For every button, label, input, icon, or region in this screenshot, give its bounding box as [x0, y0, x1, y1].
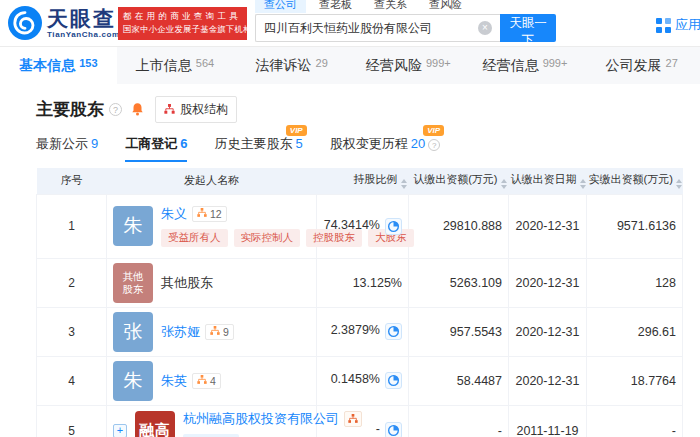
sort-icon[interactable] [676, 179, 682, 189]
nav-tab-count: 27 [666, 57, 678, 69]
equity-relation-badge[interactable]: 12 [192, 206, 227, 222]
paid-amount: 18.7764 [587, 356, 683, 405]
paid-amount: - [587, 405, 683, 437]
search-category-tab[interactable]: 查老板 [310, 0, 361, 13]
vip-badge: VIP [423, 125, 444, 136]
sort-icon[interactable] [501, 179, 507, 189]
equity-relation-badge[interactable]: 4 [192, 373, 221, 389]
nav-tab[interactable]: 经营信息999+ [467, 47, 584, 84]
column-header: 持股比例 [317, 168, 409, 194]
apps-label: 应用 [675, 16, 700, 34]
paid-amount: 9571.6136 [587, 194, 683, 258]
tianyancha-logo[interactable]: 天眼查 TianYanCha.com [8, 6, 120, 40]
nav-tab-label: 基本信息 [19, 57, 75, 75]
equity-relation-count: 9 [223, 326, 229, 338]
sub-tab[interactable]: 历史主要股东5VIP [214, 135, 302, 162]
shareholder-avatar: 朱 [113, 206, 153, 246]
shareholder-name[interactable]: 杭州融高股权投资有限公司 [183, 410, 339, 428]
shareholder-name[interactable]: 张苏娅 [161, 323, 200, 341]
apps-grid-icon [656, 18, 671, 33]
column-header: 发起人名称 [107, 168, 317, 194]
company-equity-icon[interactable] [344, 411, 362, 427]
paid-amount: 128 [587, 258, 683, 307]
search-button[interactable]: 天眼一下 [500, 14, 556, 42]
founder-name-cell: 朱朱义12受益所有人实际控制人控股股东大股东 [107, 194, 317, 258]
row-number: 1 [37, 194, 107, 258]
clear-icon[interactable]: × [478, 21, 492, 35]
pie-chart-icon[interactable] [385, 323, 402, 340]
equity-relation-count: 12 [210, 208, 222, 220]
ratio-cell: 0.1458% [317, 356, 409, 405]
shareholder-name[interactable]: 朱义 [161, 205, 187, 223]
column-header-label: 发起人名称 [184, 174, 239, 186]
equity-structure-label: 股权结构 [180, 101, 228, 118]
sort-icon[interactable] [580, 179, 586, 189]
shareholder-avatar: 朱 [113, 361, 153, 401]
org-chart-icon [197, 375, 207, 387]
subscribed-date: 2020-12-31 [509, 258, 587, 307]
sub-tab-label: 股权变更历程 [330, 136, 408, 151]
column-header: 认缴出资额(万元) [409, 168, 509, 194]
sub-tab-help-icon[interactable]: ? [428, 139, 440, 151]
subscribed-amount: 29810.888 [409, 194, 509, 258]
tianyancha-eye-icon [8, 6, 42, 40]
sub-tab-label: 最新公示 [36, 136, 88, 151]
founder-name-cell: +融高杭州融高股权投资有限公司私募基金 [107, 405, 317, 437]
equity-relation-badge[interactable]: 9 [205, 324, 234, 340]
column-header-label: 实缴出资额(万元) [589, 173, 673, 185]
column-header: 序号 [37, 168, 107, 194]
pie-chart-icon[interactable] [385, 218, 402, 235]
equity-relation-count: 4 [210, 375, 216, 387]
nav-tab-count: 564 [196, 57, 214, 69]
org-chart-icon [197, 208, 207, 220]
search-category-tab[interactable]: 查风险 [420, 0, 471, 13]
nav-tab-label: 上市信息 [136, 57, 192, 75]
sub-tab-count: 9 [91, 136, 98, 151]
row-number: 4 [37, 356, 107, 405]
equity-structure-button[interactable]: 股权结构 [155, 96, 237, 123]
nav-tab[interactable]: 法律诉讼29 [233, 47, 350, 84]
section-title: 主要股东 [36, 98, 104, 121]
sub-tab[interactable]: 工商登记6 [125, 135, 187, 162]
nav-tab[interactable]: 基本信息153 [0, 47, 117, 84]
promo-line1: 都在用的商业查询工具 [123, 10, 242, 23]
search-input[interactable] [256, 15, 468, 41]
brand-domain: TianYanCha.com [47, 30, 120, 39]
apps-entry[interactable]: 应用 [656, 16, 700, 34]
expand-row-button[interactable]: + [113, 424, 127, 437]
ratio-value: - [376, 422, 380, 436]
nav-tab[interactable]: 经营风险999+ [350, 47, 467, 84]
nav-tab[interactable]: 公司发展27 [583, 47, 700, 84]
section-help-icon[interactable]: ? [109, 103, 122, 116]
paid-amount: 296.61 [587, 307, 683, 356]
sub-tab[interactable]: 最新公示9 [36, 135, 98, 162]
row-number: 3 [37, 307, 107, 356]
search-category-tab[interactable]: 查公司 [255, 0, 306, 13]
row-number: 5 [37, 405, 107, 437]
org-chart-icon [210, 326, 220, 338]
nav-tab[interactable]: 上市信息564 [117, 47, 234, 84]
ratio-cell: 13.125% [317, 258, 409, 307]
ratio-cell: 2.3879% [317, 307, 409, 356]
nav-tab-label: 经营信息 [483, 57, 539, 75]
sub-tab-count: 5 [295, 136, 302, 151]
company-tag: 私募基金 [183, 434, 239, 437]
subscribed-date: 2020-12-31 [509, 356, 587, 405]
pie-chart-icon[interactable] [385, 422, 402, 437]
search-category-tab[interactable]: 查关系 [365, 0, 416, 13]
brand-name: 天眼查 [47, 7, 120, 30]
ratio-value: 13.125% [353, 276, 402, 290]
promo-banner: 都在用的商业查询工具 国家中小企业发展子基金旗下机构 [118, 7, 247, 40]
nav-tab-label: 经营风险 [366, 57, 422, 75]
bell-icon[interactable] [131, 102, 144, 116]
vip-badge: VIP [286, 125, 307, 136]
sort-icon[interactable] [401, 179, 407, 189]
sub-tab[interactable]: 股权变更历程20VIP? [330, 135, 440, 162]
pie-chart-icon[interactable] [385, 372, 402, 389]
role-tag: 受益所有人 [161, 229, 228, 247]
promo-line2: 国家中小企业发展子基金旗下机构 [123, 23, 242, 36]
row-number: 2 [37, 258, 107, 307]
table-header-row: 序号发起人名称持股比例认缴出资额(万元)认缴出资日期实缴出资额(万元) [37, 168, 683, 194]
shareholder-name[interactable]: 朱英 [161, 372, 187, 390]
table-row: 3张张苏娅92.3879%957.55432020-12-31296.61 [37, 307, 683, 356]
